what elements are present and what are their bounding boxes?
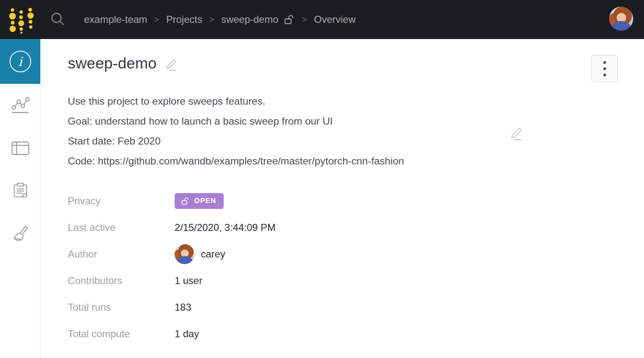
last-active-value: 2/15/2020, 3:44:09 PM [175, 222, 276, 233]
sidebar-item-table[interactable] [0, 127, 40, 169]
total-compute-value: 1 day [175, 328, 199, 340]
sidebar-item-sweeps[interactable] [0, 212, 40, 255]
detail-row-privacy: Privacy OPEN [68, 188, 618, 214]
breadcrumb-team[interactable]: example-team [84, 14, 147, 25]
project-details-table: Privacy OPEN Last active 2/15/2020, 3:44… [68, 188, 618, 347]
sidebar-item-reports[interactable] [0, 169, 40, 212]
detail-row-contributors: Contributors 1 user [68, 267, 618, 294]
broom-icon [11, 225, 30, 243]
kebab-dot [603, 61, 606, 64]
last-active-label: Last active [68, 222, 175, 233]
contributors-value: 1 user [175, 275, 202, 287]
total-runs-label: Total runs [68, 302, 175, 313]
privacy-open-badge: OPEN [175, 193, 224, 209]
project-sidebar: i [0, 39, 40, 358]
page-title: sweep-demo [68, 55, 157, 72]
open-lock-icon [181, 196, 190, 206]
breadcrumb-projects[interactable]: Projects [166, 14, 202, 25]
total-compute-label: Total compute [68, 328, 175, 340]
detail-row-last-active: Last active 2/15/2020, 3:44:09 PM [68, 214, 618, 241]
wandb-logo-icon[interactable] [11, 7, 34, 32]
sidebar-item-overview[interactable]: i [0, 39, 40, 84]
description-line: Use this project to explore sweeps featu… [68, 91, 618, 111]
author-label: Author [68, 248, 175, 260]
author-name[interactable]: carey [201, 248, 225, 260]
search-icon[interactable] [50, 12, 66, 27]
privacy-badge-text: OPEN [194, 197, 216, 205]
edit-title-pencil-icon[interactable] [165, 59, 178, 72]
description-line: Goal: understand how to launch a basic s… [68, 111, 618, 131]
project-overview-panel: sweep-demo Use this project to explore s… [41, 39, 644, 358]
contributors-label: Contributors [68, 275, 175, 287]
info-icon: i [10, 51, 31, 72]
breadcrumb-separator: > [302, 15, 307, 25]
top-navigation-bar: example-team > Projects > sweep-demo > O… [0, 0, 644, 39]
kebab-dot [603, 67, 606, 70]
detail-row-author: Author carey [68, 241, 618, 267]
project-menu-button[interactable] [591, 55, 618, 82]
clipboard-icon [12, 182, 29, 200]
detail-row-total-compute: Total compute 1 day [68, 321, 618, 347]
description-line: Code: https://github.com/wandb/examples/… [68, 151, 618, 171]
breadcrumb-separator: > [209, 15, 214, 25]
author-avatar[interactable] [175, 244, 195, 264]
project-description: Use this project to explore sweeps featu… [68, 91, 618, 171]
edit-description-pencil-icon[interactable] [509, 127, 523, 142]
detail-row-total-runs: Total runs 183 [68, 294, 618, 321]
description-line: Start date: Feb 2020 [68, 131, 618, 151]
breadcrumb-overview[interactable]: Overview [314, 14, 355, 25]
user-avatar[interactable] [609, 7, 633, 31]
line-chart-icon [11, 96, 30, 115]
privacy-label: Privacy [68, 195, 175, 207]
breadcrumb: example-team > Projects > sweep-demo > O… [84, 14, 355, 25]
breadcrumb-separator: > [154, 15, 159, 25]
kebab-dot [603, 74, 606, 76]
total-runs-value: 183 [175, 302, 191, 313]
open-lock-icon [284, 14, 295, 25]
sidebar-item-workspace[interactable] [0, 84, 40, 127]
breadcrumb-project[interactable]: sweep-demo [221, 14, 278, 25]
table-icon [11, 140, 30, 157]
